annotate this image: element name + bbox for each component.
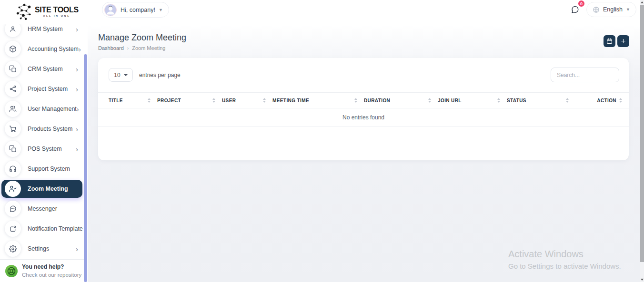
language-label: English (603, 6, 623, 13)
meetings-table: TITLEPROJECTUSERMEETING TIMEDURATIONJOIN… (98, 92, 629, 127)
sidebar-item-messenger[interactable]: Messenger (0, 199, 88, 219)
chevron-right-icon: › (79, 46, 91, 53)
sidebar-item-notification-template[interactable]: Notification Template (0, 219, 88, 239)
column-header-duration[interactable]: DURATION (364, 93, 438, 108)
sidebar-item-label: Messenger (28, 205, 57, 212)
add-meeting-button[interactable] (617, 35, 629, 47)
greeting-text: Hi, company! (121, 7, 155, 13)
chevron-right-icon: › (76, 26, 88, 33)
entries-per-page-value: 10 (114, 72, 120, 78)
sidebar-item-label: Products System (28, 126, 72, 132)
sidebar-item-pos-system[interactable]: POS System› (0, 139, 88, 159)
sort-icon (497, 98, 500, 103)
globe-icon (593, 6, 600, 13)
chat-icon (5, 201, 21, 217)
table-header-row: TITLEPROJECTUSERMEETING TIMEDURATIONJOIN… (98, 93, 629, 108)
sidebar-item-support-system[interactable]: Support System (0, 159, 88, 179)
calendar-button[interactable] (604, 35, 615, 47)
file-dot-icon (5, 221, 21, 237)
language-selector[interactable]: English ▼ (586, 2, 636, 17)
sidebar-item-user-management[interactable]: User Management› (0, 99, 88, 119)
breadcrumb-dashboard[interactable]: Dashboard (98, 45, 124, 51)
column-header-action[interactable]: ACTION (575, 93, 629, 108)
sidebar-item-label: HRM System (28, 26, 63, 32)
sidebar-scrollbar[interactable] (84, 54, 87, 282)
chevron-right-icon: › (127, 46, 129, 51)
column-header-meeting-time[interactable]: MEETING TIME (272, 93, 364, 108)
headphones-icon (5, 161, 21, 177)
plus-icon (620, 38, 626, 44)
sidebar-item-products-system[interactable]: Products System› (0, 119, 88, 139)
sidebar-item-project-system[interactable]: Project System› (0, 79, 88, 99)
sidebar-item-label: Notification Template (28, 225, 83, 232)
brand-logo[interactable]: SITE TOOLS ALL IN ONE (0, 0, 88, 24)
user-menu-button[interactable]: Hi, company! ▼ (102, 2, 169, 18)
column-header-status[interactable]: STATUS (507, 93, 575, 108)
sidebar-item-settings[interactable]: Settings› (0, 239, 88, 259)
users-icon (5, 101, 21, 117)
sidebar-item-label: POS System (28, 146, 62, 152)
sidebar-item-zoom-meeting[interactable]: Zoom Meeting (1, 180, 82, 198)
network-logo-icon (15, 2, 33, 21)
sidebar-help[interactable]: You need help? Check out our repository (0, 259, 84, 282)
page-title: Manage Zoom Meeting (98, 33, 186, 43)
help-subtitle: Check out our repository (22, 272, 81, 278)
sidebar-nav: HRM System›Accounting System›CRM System›… (0, 19, 88, 259)
chevron-down-icon: ▼ (159, 8, 163, 12)
column-header-user[interactable]: USER (222, 93, 272, 108)
search-input[interactable] (551, 68, 619, 82)
cards-icon (5, 141, 21, 157)
breadcrumb-current: Zoom Meeting (132, 45, 165, 51)
sidebar-item-crm-system[interactable]: CRM System› (0, 59, 88, 79)
sidebar-item-label: User Management (28, 106, 77, 112)
app-window: SITE TOOLS ALL IN ONE HRM System›Account… (0, 0, 644, 282)
column-header-project[interactable]: PROJECT (157, 93, 222, 108)
window-scrollbar[interactable] (640, 0, 644, 282)
column-header-join-url[interactable]: JOIN URL (438, 93, 507, 108)
chat-bubble-icon (571, 5, 579, 14)
entries-per-page-select[interactable]: 10 (109, 68, 133, 82)
sort-icon (354, 98, 357, 103)
user-check-icon (5, 181, 21, 197)
sort-icon (619, 98, 622, 103)
sort-icon (148, 98, 151, 103)
notifications-button[interactable]: 0 (567, 1, 583, 18)
help-title: You need help? (22, 263, 81, 271)
sidebar-item-label: Settings (28, 245, 49, 252)
empty-message: No entries found (98, 108, 629, 127)
sort-icon (212, 98, 215, 103)
sidebar-item-label: CRM System (28, 66, 63, 72)
breadcrumb: Dashboard › Zoom Meeting (98, 45, 186, 51)
sort-icon (428, 98, 431, 103)
gear-icon (5, 241, 21, 257)
sidebar-item-label: Project System (28, 86, 68, 92)
sort-icon (566, 98, 569, 103)
calendar-icon (606, 38, 613, 44)
window-scrollbar-thumb[interactable] (640, 5, 644, 262)
meetings-card: 10 entries per page TITLEPROJECTUSERMEET… (98, 58, 629, 160)
sidebar-item-label: Support System (28, 165, 70, 172)
cards-icon (5, 61, 21, 77)
life-buoy-icon (5, 265, 18, 277)
chevron-down-icon (124, 74, 128, 76)
empty-row: No entries found (98, 108, 629, 127)
sort-icon (263, 98, 266, 103)
chevron-down-icon: ▼ (626, 7, 630, 12)
share-icon (5, 81, 21, 97)
sidebar-item-label: Zoom Meeting (28, 185, 68, 192)
entries-per-page-label: entries per page (139, 72, 181, 78)
brand-name: SITE TOOLS (35, 6, 79, 14)
sidebar-item-accounting-system[interactable]: Accounting System› (0, 39, 88, 59)
scroll-up-arrow-icon[interactable] (641, 1, 644, 3)
scroll-down-arrow-icon[interactable] (641, 279, 644, 281)
column-header-title[interactable]: TITLE (98, 93, 157, 108)
sidebar: SITE TOOLS ALL IN ONE HRM System›Account… (0, 0, 88, 282)
brand-tagline: ALL IN ONE (35, 15, 79, 18)
cart-icon (5, 121, 21, 137)
avatar (104, 4, 117, 16)
box-icon (5, 41, 21, 57)
sidebar-item-label: Accounting System (28, 46, 79, 52)
